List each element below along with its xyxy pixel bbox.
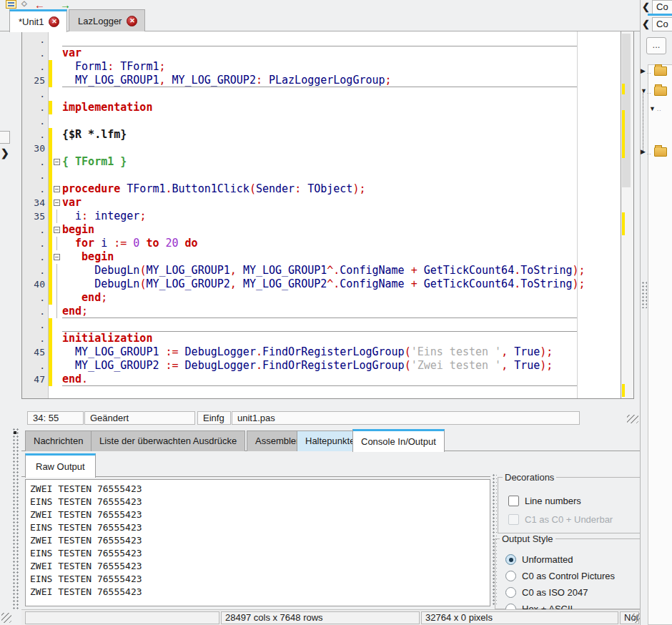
tab-watchlist[interactable]: Liste der überwachten Ausdrücke: [91, 430, 245, 451]
code-line[interactable]: 45 MY_LOG_GROUP1 := DebugLogger.FindOrRe…: [22, 345, 616, 359]
close-icon[interactable]: ✕: [49, 16, 59, 27]
resize-grip-icon[interactable]: [1, 613, 11, 623]
editor-vscrollbar[interactable]: [621, 31, 633, 398]
line-number: .: [22, 60, 49, 74]
fold-gutter-cell: [52, 60, 62, 74]
code-text: { TForm1 }: [62, 155, 577, 169]
code-line[interactable]: .: [22, 33, 616, 46]
tab-nachrichten[interactable]: Nachrichten: [25, 430, 92, 451]
folder-icon[interactable]: [654, 67, 667, 76]
radio-unformatted[interactable]: Unformatted: [505, 554, 573, 565]
line-number: 47: [22, 373, 49, 386]
code-line[interactable]: .var: [22, 46, 616, 60]
code-lines[interactable]: ..var. Form1: TForm1;25 MY_LOG_GROUP1, M…: [22, 33, 616, 386]
output-line: ZWEI TESTEN 76555423: [30, 560, 485, 573]
toggle-form-unit-icon[interactable]: [6, 0, 16, 9]
code-line[interactable]: .implementation: [22, 101, 616, 114]
line-number: 25: [22, 74, 49, 87]
tab-raw-output[interactable]: Raw Output: [25, 453, 96, 478]
code-text: Form1: TForm1;: [62, 60, 577, 74]
line-number: .: [22, 182, 49, 196]
code-line[interactable]: 40 DebugLn(MY_LOG_GROUP2, MY_LOG_GROUP2^…: [22, 277, 616, 291]
tab-lazlogger[interactable]: LazLogger ✕: [69, 9, 145, 31]
dropdown-diamond-icon[interactable]: ◇: [21, 0, 27, 7]
line-number: 45: [22, 345, 49, 359]
insert-mode-field: Einfg: [197, 411, 231, 425]
line-number: 40: [22, 277, 49, 291]
fold-gutter-cell: [52, 142, 62, 155]
code-line[interactable]: .end;: [22, 305, 616, 318]
expand-chevron-icon[interactable]: ❯: [1, 147, 9, 159]
expanded-arrow-icon[interactable]: ▼: [641, 87, 647, 94]
forward-arrow-icon[interactable]: →: [60, 0, 71, 9]
tab-unit1[interactable]: *Unit1 ✕: [9, 9, 67, 32]
raw-output-memo[interactable]: ZWEI TESTEN 76555423EINS TESTEN 76555423…: [25, 479, 490, 606]
code-line[interactable]: . for i := 0 to 20 do: [22, 237, 616, 250]
fold-box-icon[interactable]: [52, 155, 62, 169]
editor-tabbar: *Unit1 ✕ LazLogger ✕: [0, 9, 640, 31]
tree-dots: ..: [647, 89, 651, 95]
radio-unformatted-label: Unformatted: [522, 554, 573, 565]
status-empty-field: [25, 611, 219, 624]
resize-grip-icon[interactable]: [632, 614, 640, 623]
vertical-splitter[interactable]: [12, 428, 20, 609]
folder-icon[interactable]: [654, 87, 667, 96]
radio-c0-control-pictures[interactable]: C0 as Control Pictures: [505, 571, 615, 581]
checkbox-icon[interactable]: [508, 496, 519, 506]
fold-gutter-cell: [52, 87, 62, 101]
right-tab-2[interactable]: Co: [652, 17, 672, 31]
code-line[interactable]: . end;: [22, 291, 616, 305]
collapsed-panel-stub[interactable]: [0, 131, 10, 144]
scrollbar-modified-mark: [622, 110, 625, 158]
chevron-left-icon[interactable]: ❮: [642, 1, 650, 12]
code-line[interactable]: . Form1: TForm1;: [22, 60, 616, 74]
radio-icon[interactable]: [505, 554, 516, 565]
filename-field: unit1.pas: [232, 411, 580, 425]
code-line[interactable]: .: [22, 318, 616, 332]
output-line: EINS TESTEN 76555423: [30, 547, 485, 560]
code-line[interactable]: 47end.: [22, 373, 616, 386]
right-tab-1[interactable]: Co: [652, 0, 672, 14]
more-button[interactable]: ...: [646, 37, 666, 54]
code-line[interactable]: .: [22, 169, 616, 182]
line-numbers-option[interactable]: Line numbers: [508, 496, 581, 506]
close-icon[interactable]: ✕: [127, 16, 137, 26]
fold-box-icon[interactable]: [52, 223, 62, 237]
fold-box-icon[interactable]: [52, 182, 62, 196]
code-line[interactable]: 35 i: integer;: [22, 210, 616, 223]
tab-console-in-output[interactable]: Console In/Output: [352, 429, 445, 452]
resize-grip-icon[interactable]: [627, 415, 638, 423]
code-line[interactable]: . MY_LOG_GROUP2 := DebugLogger.FindOrReg…: [22, 359, 616, 373]
tree-dots: ..: [647, 69, 651, 75]
radio-icon[interactable]: [505, 571, 516, 581]
code-line[interactable]: .procedure TForm1.Button1Click(Sender: T…: [22, 182, 616, 196]
code-line[interactable]: .begin: [22, 223, 616, 237]
collapsed-arrow-icon[interactable]: ▶: [641, 67, 646, 74]
code-line[interactable]: 34var: [22, 196, 616, 210]
scrollbar-modified-mark: [622, 384, 625, 397]
fold-box-icon[interactable]: [52, 250, 62, 264]
code-line[interactable]: 25 MY_LOG_GROUP1, MY_LOG_GROUP2: PLazLog…: [22, 74, 616, 87]
radio-icon[interactable]: [505, 587, 516, 598]
code-line[interactable]: .: [22, 87, 616, 101]
checkbox-icon: [508, 514, 519, 525]
chevron-left-icon[interactable]: ❮: [642, 19, 650, 29]
right-splitter-grip[interactable]: [641, 281, 647, 308]
collapsed-arrow-icon[interactable]: ▶: [641, 148, 646, 155]
expanded-arrow-icon[interactable]: ▼: [649, 105, 656, 112]
back-arrow-icon[interactable]: ←: [34, 0, 45, 9]
code-line[interactable]: .: [22, 114, 616, 128]
code-line[interactable]: .{$R *.lfm}: [22, 128, 616, 142]
code-line[interactable]: .{ TForm1 }: [22, 155, 616, 169]
line-number: .: [22, 169, 49, 182]
code-line[interactable]: .initialization: [22, 332, 616, 345]
fold-box-icon[interactable]: [52, 196, 62, 210]
splitter-handle-dot[interactable]: [14, 431, 16, 434]
radio-c0-iso-2047[interactable]: C0 as ISO 2047: [505, 587, 588, 598]
source-editor[interactable]: ..var. Form1: TForm1;25 MY_LOG_GROUP1, M…: [21, 31, 634, 399]
code-line[interactable]: . DebugLn(MY_LOG_GROUP1, MY_LOG_GROUP1^.…: [22, 264, 616, 277]
folder-icon[interactable]: [654, 147, 667, 157]
code-text: initialization: [62, 332, 577, 345]
code-line[interactable]: 30: [22, 142, 616, 155]
code-line[interactable]: . begin: [22, 250, 616, 264]
